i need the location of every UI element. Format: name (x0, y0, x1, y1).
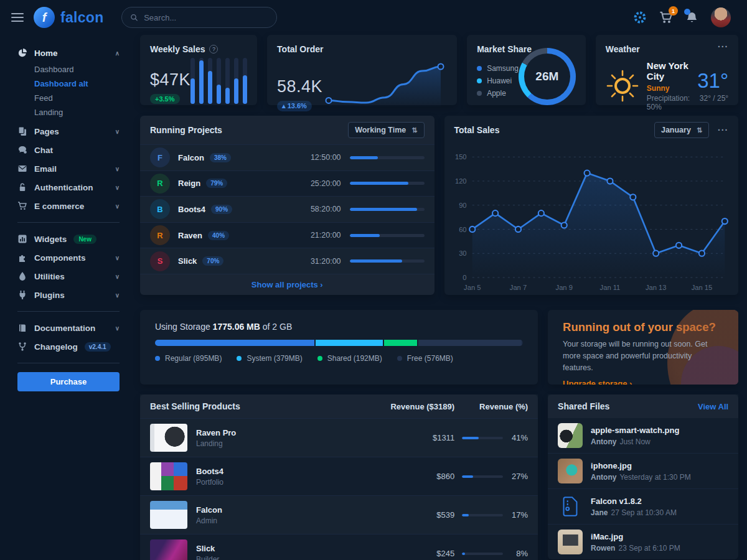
svg-text:150: 150 (454, 153, 466, 161)
svg-text:Jan 15: Jan 15 (691, 284, 712, 291)
file-thumbnail (558, 530, 583, 554)
sidebar-item-dashboard-alt[interactable]: Dashboard alt (34, 77, 129, 91)
sidebar-item-label: Authentication (34, 183, 93, 192)
best-selling-card: Best Selling Products Revenue ($3189) Re… (140, 394, 538, 560)
sidebar-item-label: Documentation (34, 324, 95, 333)
weather-menu-dots-icon[interactable]: ··· (718, 44, 728, 49)
show-all-projects-link[interactable]: Show all projects › (251, 280, 323, 289)
purchase-button[interactable]: Purchase (17, 372, 120, 391)
project-row-slick[interactable]: S Slick 70% 31:20:00 (140, 248, 435, 274)
product-category[interactable]: Portfolio (196, 478, 380, 487)
project-row-falcon[interactable]: F Falcon 38% 12:50:00 (140, 144, 435, 170)
file-row-apple-smart-watch.png[interactable]: apple-smart-watch.png AntonyJust Now (548, 418, 738, 453)
storage-progress-bar (155, 340, 523, 346)
product-progress-bar (462, 553, 503, 555)
legend-item-samsung: Samsung (477, 62, 519, 75)
product-percent: 27% (509, 472, 528, 481)
product-thumbnail (150, 501, 187, 529)
product-thumbnail (150, 539, 187, 560)
product-percent: 8% (509, 549, 528, 558)
product-row-boots4[interactable]: Boots4 Portfolio $860 27% (140, 457, 538, 495)
sidebar-item-home[interactable]: Home∧ (17, 44, 129, 62)
sidebar-item-plugins[interactable]: Plugins∨ (17, 286, 129, 304)
sidebar-item-utilities[interactable]: Utilities∨ (17, 267, 129, 286)
weekly-sales-bar (243, 58, 247, 104)
sidebar-item-label: Changelog (34, 342, 78, 352)
sidebar-item-e-commerce[interactable]: E commerce∨ (17, 197, 129, 215)
sidebar-item-changelog[interactable]: Changelogv2.4.1 (17, 337, 129, 356)
file-name[interactable]: apple-smart-watch.png (591, 426, 679, 435)
plug-icon (17, 290, 27, 300)
sidebar-item-documentation[interactable]: Documentation∨ (17, 319, 129, 337)
legend-dot (477, 91, 482, 96)
product-price: $1311 (380, 433, 454, 442)
sidebar-item-authentication[interactable]: Authentication∨ (17, 178, 129, 197)
file-row-imac.jpg[interactable]: iMac.jpg Rowen23 Sep at 6:10 PM (548, 524, 738, 559)
weekly-sales-bar (234, 58, 238, 104)
storage-legend-item: System (379MB) (237, 354, 302, 363)
project-row-raven[interactable]: R Raven 40% 21:20:00 (140, 222, 435, 248)
book-icon (17, 323, 27, 333)
product-row-raven-pro[interactable]: Raven Pro Landing $1311 41% (140, 418, 538, 457)
top-navbar: f falcon 1 (0, 0, 747, 35)
total-sales-menu-dots-icon[interactable]: ··· (718, 128, 728, 133)
running-projects-title: Running Projects (150, 125, 222, 135)
project-avatar: S (150, 251, 170, 271)
file-name[interactable]: iMac.jpg (591, 532, 680, 541)
product-category[interactable]: Admin (196, 516, 380, 525)
product-percent: 17% (509, 510, 528, 520)
settings-gear-icon[interactable] (633, 11, 647, 24)
weather-precipitation: Precipitation: 50% (647, 94, 690, 111)
user-avatar[interactable] (711, 7, 731, 27)
total-order-badge: ▴ 13.6% (277, 101, 312, 111)
sidebar-item-chat[interactable]: Chat (17, 141, 129, 159)
file-thumbnail (558, 459, 583, 483)
file-name[interactable]: iphone.jpg (591, 461, 691, 470)
svg-text:90: 90 (459, 202, 466, 209)
search-input[interactable] (143, 12, 268, 23)
month-select[interactable]: January ⇅ (654, 122, 709, 138)
file-name[interactable]: Falcon v1.8.2 (591, 497, 677, 506)
project-time: 31:20:00 (301, 257, 341, 266)
svg-text:60: 60 (459, 226, 466, 233)
divider (17, 363, 120, 363)
search-box[interactable] (121, 7, 277, 28)
chevron-up-icon: ∧ (115, 50, 120, 57)
working-time-select[interactable]: Working Time ⇅ (348, 122, 424, 138)
sidebar: Home∧DashboardDashboard altFeedLandingPa… (0, 35, 129, 391)
product-category[interactable]: Landing (196, 439, 380, 448)
sidebar-item-pages[interactable]: Pages∨ (17, 122, 129, 141)
upgrade-storage-link[interactable]: Upgrade storage › (563, 379, 632, 385)
sidebar-item-widgets[interactable]: WidgetsNew (17, 230, 129, 248)
puzzle-piece-icon (17, 253, 27, 263)
product-row-slick[interactable]: Slick Builder $245 8% (140, 534, 538, 560)
cart-icon[interactable]: 1 (659, 11, 673, 24)
sidebar-item-label: Pages (34, 127, 59, 136)
project-row-reign[interactable]: R Reign 79% 25:20:00 (140, 170, 435, 197)
market-share-legend: SamsungHuaweiApple (477, 62, 519, 100)
lock-icon (17, 182, 27, 192)
hamburger-menu-icon[interactable] (11, 13, 24, 22)
total-order-value: 58.4K (277, 77, 322, 96)
sidebar-item-dashboard[interactable]: Dashboard (34, 62, 129, 77)
sidebar-item-components[interactable]: Components∨ (17, 248, 129, 267)
storage-segment-regular (155, 340, 316, 346)
legend-label: Samsung (487, 64, 519, 73)
help-icon[interactable]: ? (209, 45, 218, 54)
notifications-bell-icon[interactable] (685, 11, 698, 24)
product-category[interactable]: Builder (196, 555, 380, 560)
project-name: Falcon (178, 153, 204, 162)
file-row-iphone.jpg[interactable]: iphone.jpg AntonyYesterday at 1:30 PM (548, 453, 738, 488)
sidebar-item-feed[interactable]: Feed (34, 91, 129, 105)
product-name: Boots4 (196, 467, 380, 476)
storage-segment-shared (384, 340, 418, 346)
file-meta: Jane27 Sep at 10:30 AM (591, 508, 677, 517)
file-row-falcon-v1.8.2[interactable]: Falcon v1.8.2 Jane27 Sep at 10:30 AM (548, 488, 738, 524)
project-row-boots4[interactable]: B Boots4 90% 58:20:00 (140, 196, 435, 222)
falcon-logo[interactable]: f falcon (34, 7, 104, 28)
market-share-center-value: 26M (519, 48, 576, 105)
sidebar-item-email[interactable]: Email∨ (17, 159, 129, 178)
view-all-link[interactable]: View All (698, 402, 728, 411)
product-row-falcon[interactable]: Falcon Admin $539 17% (140, 495, 538, 534)
sidebar-item-landing[interactable]: Landing (34, 105, 129, 119)
